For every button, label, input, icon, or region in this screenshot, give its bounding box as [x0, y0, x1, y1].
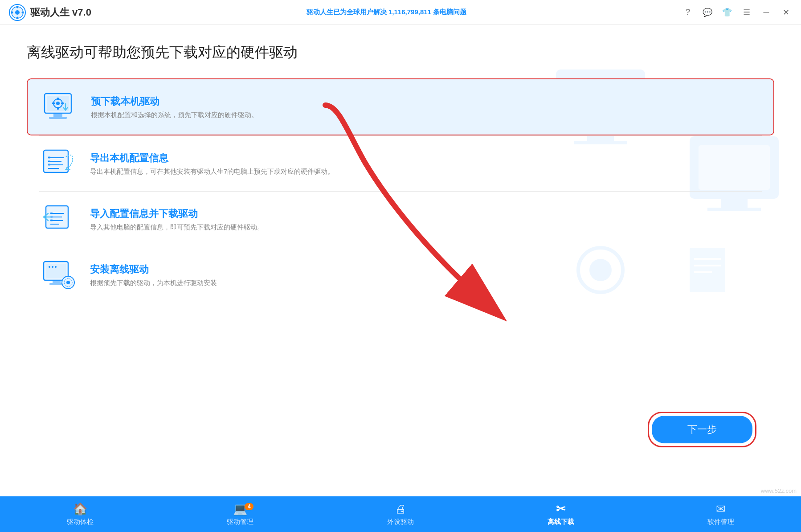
- svg-point-63: [66, 281, 70, 284]
- minimize-icon[interactable]: ─: [760, 6, 772, 19]
- menu-icon[interactable]: ☰: [740, 6, 753, 19]
- nav-item-manage[interactable]: 💻 4 驱动管理: [160, 502, 321, 526]
- nav-label-software: 软件管理: [707, 518, 734, 526]
- predownload-desc: 根据本机配置和选择的系统，预先下载对应的硬件驱动。: [91, 111, 761, 119]
- next-button-container: 下一步: [648, 412, 756, 447]
- svg-point-2: [15, 10, 20, 15]
- option-predownload[interactable]: 预下载本机驱动 根据本机配置和选择的系统，预先下载对应的硬件驱动。: [28, 79, 773, 135]
- svg-rect-53: [50, 219, 53, 221]
- import-text: 导入配置信息并下载驱动 导入其他电脑的配置信息，即可预先下载对应的硬件驱动。: [90, 207, 762, 232]
- svg-rect-27: [53, 113, 62, 117]
- printer-icon: 🖨: [395, 502, 406, 516]
- options-list: 预下载本机驱动 根据本机配置和选择的系统，预先下载对应的硬件驱动。: [27, 78, 774, 303]
- export-icon: [39, 146, 79, 181]
- svg-rect-57: [53, 280, 61, 283]
- svg-point-60: [52, 266, 53, 268]
- nav-label-offline: 离线下载: [548, 518, 574, 526]
- svg-rect-44: [48, 164, 50, 166]
- export-title: 导出本机配置信息: [90, 151, 762, 165]
- app-title: 驱动人生 v7.0: [30, 6, 91, 19]
- export-text: 导出本机配置信息 导出本机配置信息，可在其他安装有驱动人生7的电脑上预先下载对应…: [90, 151, 762, 176]
- watermark: www.52z.com: [761, 487, 797, 494]
- predownload-title: 预下载本机驱动: [91, 95, 761, 108]
- option-import[interactable]: 导入配置信息并下载驱动 导入其他电脑的配置信息，即可预先下载对应的硬件驱动。: [27, 192, 774, 247]
- svg-point-61: [55, 266, 57, 268]
- svg-rect-31: [57, 98, 59, 100]
- titlebar-left: 驱动人生 v7.0: [9, 4, 91, 21]
- svg-rect-32: [57, 107, 59, 110]
- svg-point-3: [16, 6, 19, 8]
- option-predownload-wrapper: 预下载本机驱动 根据本机配置和选择的系统，预先下载对应的硬件驱动。: [27, 78, 774, 135]
- nav-item-check[interactable]: 🏠 驱动体检: [0, 502, 160, 526]
- export-desc: 导出本机配置信息，可在其他安装有驱动人生7的电脑上预先下载对应的硬件驱动。: [90, 168, 762, 176]
- main-content: 离线驱动可帮助您预先下载对应的硬件驱动: [0, 25, 801, 496]
- close-icon[interactable]: ✕: [780, 6, 792, 19]
- svg-point-4: [16, 16, 19, 19]
- install-title: 安装离线驱动: [90, 263, 762, 276]
- nav-item-software[interactable]: ✉ 软件管理: [641, 502, 801, 526]
- nav-label-peripheral: 外设驱动: [387, 518, 414, 526]
- svg-rect-33: [52, 102, 55, 104]
- svg-point-6: [22, 11, 24, 13]
- predownload-text: 预下载本机驱动 根据本机配置和选择的系统，预先下载对应的硬件驱动。: [91, 95, 761, 119]
- stats-suffix: 条电脑问题: [431, 8, 466, 16]
- svg-point-5: [11, 11, 13, 13]
- nav-label-manage: 驱动管理: [227, 518, 253, 526]
- mail-icon: ✉: [716, 502, 726, 516]
- svg-point-30: [56, 102, 60, 105]
- scissors-icon: ✂: [556, 502, 566, 516]
- titlebar-controls: ? 💬 👕 ☰ ─ ✕: [682, 6, 792, 19]
- page-title: 离线驱动可帮助您预先下载对应的硬件驱动: [27, 43, 774, 62]
- svg-rect-43: [48, 160, 50, 162]
- nav-label-check: 驱动体检: [67, 518, 94, 526]
- bottom-nav: 🏠 驱动体检 💻 4 驱动管理 🖨 外设驱动 ✂ 离线下载 ✉ 软件管理: [0, 496, 801, 532]
- install-desc: 根据预先下载的驱动，为本机进行驱动安装: [90, 279, 762, 287]
- import-title: 导入配置信息并下载驱动: [90, 207, 762, 221]
- chat-icon[interactable]: 💬: [701, 6, 714, 19]
- nav-badge-manage: 4: [245, 503, 253, 510]
- skin-icon[interactable]: 👕: [721, 6, 733, 19]
- titlebar: 驱动人生 v7.0 驱动人生已为全球用户解决 1,116,799,811 条电脑…: [0, 0, 801, 25]
- stats-prefix: 驱动人生已为全球用户解决: [307, 8, 388, 16]
- nav-item-peripheral[interactable]: 🖨 外设驱动: [320, 502, 481, 526]
- install-text: 安装离线驱动 根据预先下载的驱动，为本机进行驱动安装: [90, 263, 762, 287]
- import-desc: 导入其他电脑的配置信息，即可预先下载对应的硬件驱动。: [90, 223, 762, 232]
- app-logo-icon: [9, 4, 26, 21]
- svg-rect-34: [61, 102, 64, 104]
- home-icon: 🏠: [73, 502, 87, 516]
- svg-point-59: [49, 266, 50, 268]
- stats-number: 1,116,799,811: [388, 8, 431, 16]
- next-button[interactable]: 下一步: [652, 416, 752, 443]
- help-icon[interactable]: ?: [682, 6, 694, 19]
- svg-rect-28: [49, 117, 67, 119]
- nav-item-offline[interactable]: ✂ 离线下载: [481, 502, 641, 526]
- option-export[interactable]: 导出本机配置信息 导出本机配置信息，可在其他安装有驱动人生7的电脑上预先下载对应…: [27, 136, 774, 191]
- svg-rect-56: [46, 264, 66, 278]
- import-icon: [39, 201, 79, 237]
- stats-bar: 驱动人生已为全球用户解决 1,116,799,811 条电脑问题: [307, 8, 466, 16]
- predownload-icon: [40, 89, 80, 125]
- option-install[interactable]: 安装离线驱动 根据预先下载的驱动，为本机进行驱动安装: [27, 247, 774, 303]
- svg-rect-51: [50, 212, 53, 214]
- svg-rect-42: [48, 156, 50, 159]
- install-icon: [39, 257, 79, 293]
